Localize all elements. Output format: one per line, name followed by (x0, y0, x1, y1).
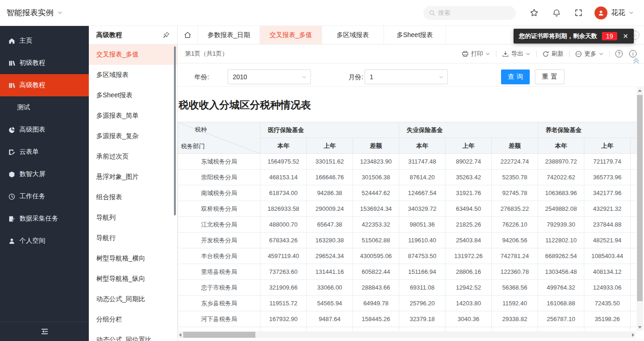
data-cell: 131441.16 (307, 264, 353, 280)
sidebar-item-label: 数智大屏 (19, 170, 45, 178)
data-cell: 792939.30 (538, 217, 584, 233)
collect-icon (8, 215, 15, 222)
sidebar-item[interactable]: 测试 (0, 96, 89, 119)
data-cell: 28806.16 (446, 264, 492, 280)
column-header: 差额 (492, 138, 538, 154)
submenu-item[interactable]: 树型导航格_纵向 (89, 269, 177, 289)
sidebar-item[interactable]: 数智大屏 (0, 163, 89, 185)
submenu-item[interactable]: 导航行 (89, 228, 177, 248)
book-icon (8, 82, 15, 89)
year-select[interactable]: 2010 (228, 69, 311, 84)
data-cell: 742781.24 (492, 248, 538, 264)
sidebar-item[interactable]: 数据采集任务 (0, 208, 89, 230)
data-cell: 64949.78 (353, 296, 399, 311)
submenu-item[interactable]: 多源报表_简单 (89, 106, 177, 126)
submenu-item[interactable]: 分组分栏 (89, 309, 177, 330)
user-menu[interactable]: 花花 (594, 6, 634, 19)
star-icon[interactable] (530, 8, 539, 17)
data-cell: 3038998.64 (353, 327, 399, 331)
vertical-scrollbar[interactable] (637, 87, 643, 331)
tab[interactable]: 参数报表_日期 (198, 26, 260, 44)
table-row: 东城税务分局1564975.52330151.621234823.9031174… (178, 154, 637, 170)
sidebar-item[interactable]: 云表单 (0, 141, 89, 163)
submenu-item[interactable]: 交叉报表_多值 (89, 44, 177, 65)
pin-icon[interactable] (163, 32, 170, 38)
row-header-cell: 双桥税务分局 (178, 201, 260, 217)
submenu-item[interactable]: 多区域报表 (89, 65, 177, 85)
column-header: 本年 (538, 138, 584, 154)
user-icon (8, 238, 15, 245)
sidebar-item[interactable]: 个人空间 (0, 230, 89, 252)
app-switcher[interactable]: 智能报表实例 (0, 7, 62, 18)
sidebar-item[interactable]: 工作任务 (0, 185, 89, 208)
chevron-down-icon (526, 51, 531, 57)
table-row: 东乡县税务局119515.7254565.9464949.7825796.201… (178, 296, 637, 311)
tab[interactable]: 多区域报表 (322, 26, 384, 44)
toolbar-button-label: 打印 (471, 50, 483, 58)
main-sidebar-nav: 主页初级教程高级教程测试高级图表云表单数智大屏工作任务数据采集任务个人空间 (0, 26, 89, 252)
sidebar-item[interactable]: 高级图表 (0, 119, 89, 141)
month-value: 1 (370, 73, 373, 81)
scroll-up-arrow[interactable] (638, 89, 642, 92)
data-cell: 122360.78 (492, 264, 538, 280)
sidebar-item[interactable]: 初级教程 (0, 52, 89, 74)
more-icon (575, 51, 582, 57)
fullscreen-icon[interactable] (575, 9, 582, 17)
scroll-right-arrow[interactable] (632, 333, 634, 337)
query-button[interactable]: 查询 (501, 69, 530, 84)
sidebar-item-label: 个人空间 (19, 237, 45, 245)
submenu-item[interactable]: 多源报表_复杂 (89, 126, 177, 146)
search-box[interactable] (423, 6, 516, 20)
sidebar-item[interactable]: 主页 (0, 30, 89, 52)
toast-message: 您的证书即将到期，剩余天数 (519, 32, 597, 40)
scroll-down-arrow[interactable] (638, 326, 642, 328)
submenu-item[interactable]: 导航列 (89, 208, 177, 228)
help-button[interactable]: ? (615, 50, 623, 57)
tab[interactable]: 交叉报表_多值 (260, 26, 322, 44)
horizontal-scrollbar-thumb[interactable] (183, 332, 255, 338)
report-title: 税收收入分城区分税种情况表 (179, 98, 644, 113)
data-cell: 76226.10 (492, 217, 538, 233)
scroll-left-arrow[interactable] (179, 333, 181, 337)
data-cell: 256787.10 (538, 311, 584, 327)
horizontal-scrollbar[interactable] (178, 331, 636, 338)
tab-home[interactable] (178, 26, 198, 44)
row-header-cell: 里塔县税务局 (178, 264, 260, 280)
row-header-cell: 开发税务分局 (178, 233, 260, 248)
toolbar-more-button[interactable]: 更多 (575, 50, 604, 58)
bell-icon[interactable] (552, 9, 561, 17)
toolbar-printer-button[interactable]: 打印 (462, 50, 490, 58)
submenu-item[interactable]: 承前过次页 (89, 146, 177, 167)
sidebar-item-label: 云表单 (19, 148, 39, 156)
month-select[interactable]: 1 (365, 69, 448, 84)
data-cell (631, 201, 637, 217)
submenu-item[interactable]: 多Sheet报表 (89, 85, 177, 106)
submenu-item[interactable]: 动态公式_同期比 (89, 289, 177, 309)
reset-button[interactable]: 重置 (535, 69, 564, 84)
data-cell: 94286.38 (307, 185, 353, 201)
double-chevron-up-icon[interactable] (632, 57, 640, 65)
tab[interactable]: 多Sheet报表 (384, 26, 446, 44)
data-cell (631, 248, 637, 264)
data-cell: 605822.44 (353, 264, 399, 280)
vertical-scrollbar-thumb[interactable] (637, 95, 643, 301)
row-header-cell: 江北税务分局 (178, 217, 260, 233)
secondary-sidebar-scrollbar[interactable] (174, 46, 176, 215)
toolbar-divider (569, 51, 570, 57)
toolbar-refresh-button[interactable]: 刷新 (542, 50, 564, 58)
chevron-down-icon (629, 10, 634, 15)
submenu-item[interactable]: 悬浮对象_图片 (89, 167, 177, 187)
data-cell (631, 185, 637, 201)
data-cell: 124933.06 (584, 280, 631, 296)
data-cell (631, 264, 637, 280)
data-cell: 31921.76 (446, 185, 492, 201)
search-input[interactable] (438, 9, 503, 16)
data-cell: 678343.26 (260, 233, 307, 248)
submenu-item[interactable]: 树型导航格_横向 (89, 248, 177, 269)
sidebar-item[interactable]: 高级教程 (0, 74, 89, 96)
sidebar-collapse-button[interactable] (0, 322, 89, 341)
toolbar-download-button[interactable]: 导出 (502, 50, 531, 58)
close-icon[interactable]: ✕ (623, 32, 628, 40)
submenu-item[interactable]: 动态公式_同位置比 (89, 330, 177, 341)
submenu-item[interactable]: 组合报表 (89, 187, 177, 208)
